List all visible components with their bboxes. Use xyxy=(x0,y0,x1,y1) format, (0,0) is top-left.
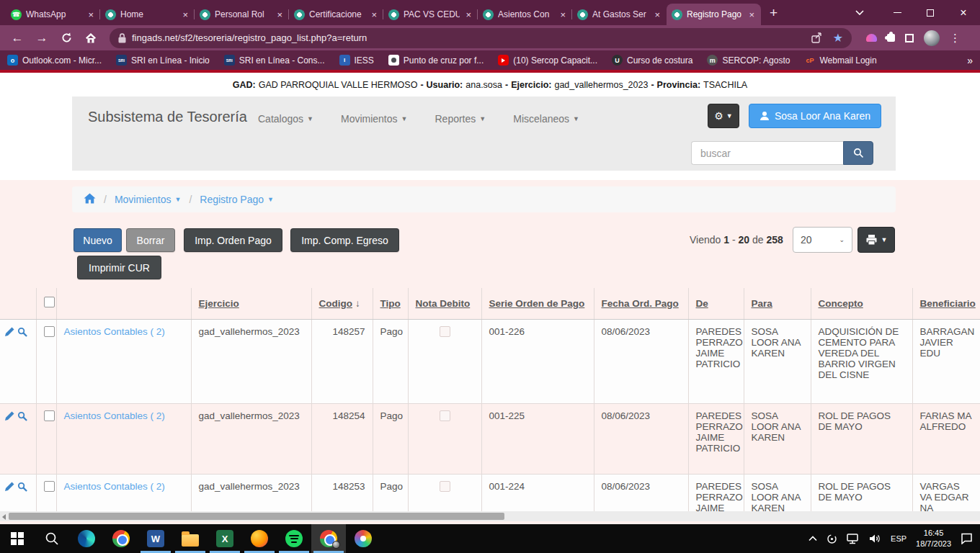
taskbar-excel[interactable]: X xyxy=(208,524,242,553)
volume-icon[interactable] xyxy=(869,534,881,544)
home-button[interactable] xyxy=(81,28,101,48)
tray-app-icon[interactable] xyxy=(827,534,837,544)
lock-icon[interactable] xyxy=(118,33,126,43)
tab-close-icon[interactable]: × xyxy=(464,9,473,20)
url-text[interactable]: fingads.net/sf2/tesoreria/registro_pago_… xyxy=(132,32,811,43)
taskbar-firefox[interactable] xyxy=(242,524,277,553)
asientos-contables-link[interactable]: Asientos Contables ( 2) xyxy=(64,410,165,421)
bookmark-outlook[interactable]: oOutlook.com - Micr... xyxy=(7,55,102,66)
breadcrumb-registro-pago[interactable]: Registro Pago▼ xyxy=(200,194,274,205)
bookmarks-overflow-icon[interactable]: » xyxy=(967,55,973,66)
forward-button[interactable]: → xyxy=(32,28,52,48)
taskbar-paint[interactable] xyxy=(346,524,380,553)
header-ejercicio[interactable]: Ejercicio xyxy=(191,288,311,319)
tab-asientos-contables[interactable]: Asientos Con × xyxy=(478,4,572,25)
taskbar-clock[interactable]: 16:45 18/7/2023 xyxy=(916,528,951,549)
new-tab-button[interactable]: + xyxy=(770,5,778,21)
view-icon[interactable] xyxy=(17,482,27,492)
row-checkbox[interactable] xyxy=(44,326,55,337)
network-icon[interactable] xyxy=(847,534,860,544)
select-all-checkbox[interactable] xyxy=(44,297,55,307)
settings-button[interactable]: ⚙▼ xyxy=(708,104,739,128)
row-checkbox[interactable] xyxy=(44,410,55,421)
taskbar-chrome-active[interactable] xyxy=(311,524,346,553)
header-fecha-orden[interactable]: Fecha Ord. Pago xyxy=(594,288,688,319)
menu-reportes[interactable]: Reportes▼ xyxy=(435,113,486,125)
bookmark-curso-costura[interactable]: UCurso de costura xyxy=(612,55,692,66)
tab-personal-rol[interactable]: Personal Rol × xyxy=(195,4,289,25)
tab-pac-vs-cedu[interactable]: PAC VS CEDU × xyxy=(383,4,478,25)
browser-menu-icon[interactable]: ⋮ xyxy=(950,32,961,45)
tray-expand-icon[interactable] xyxy=(808,536,817,541)
view-icon[interactable] xyxy=(17,327,27,337)
bookmark-webmail[interactable]: cPWebmail Login xyxy=(804,55,876,66)
asientos-contables-link[interactable]: Asientos Contables ( 2) xyxy=(64,326,165,337)
scrollbar-thumb[interactable] xyxy=(9,513,504,520)
tab-at-gastos[interactable]: At Gastos Ser × xyxy=(572,4,667,25)
address-bar[interactable]: fingads.net/sf2/tesoreria/registro_pago_… xyxy=(110,28,852,48)
tab-whatsapp[interactable]: ☎ WhatsApp × xyxy=(6,4,100,25)
tab-home[interactable]: Home × xyxy=(100,4,195,25)
menu-movimientos[interactable]: Movimientos▼ xyxy=(341,113,408,125)
tab-close-icon[interactable]: × xyxy=(275,9,284,20)
share-icon[interactable] xyxy=(811,32,823,43)
taskbar-edge[interactable] xyxy=(69,524,104,553)
tab-certificaciones[interactable]: Certificacione × xyxy=(289,4,383,25)
profile-avatar[interactable] xyxy=(924,30,940,46)
horizontal-scrollbar[interactable] xyxy=(0,511,980,521)
tab-close-icon[interactable]: × xyxy=(653,9,662,20)
taskbar-word[interactable]: W xyxy=(138,524,173,553)
bookmark-sercop-agosto[interactable]: mSERCOP: Agosto xyxy=(707,55,790,66)
header-nota-debito[interactable]: Nota Debito xyxy=(408,288,481,319)
start-button[interactable] xyxy=(0,524,35,553)
imprimir-cur-button[interactable]: Imprimir CUR xyxy=(77,256,161,279)
extensions-puzzle-icon[interactable] xyxy=(887,34,895,42)
bookmark-sri-consultas[interactable]: SRISRI en Línea - Cons... xyxy=(224,55,325,66)
bookmark-sercop-youtube[interactable]: (10) Sercop Capacit... xyxy=(498,55,597,66)
nuevo-button[interactable]: Nuevo xyxy=(74,228,122,252)
taskbar-spotify[interactable] xyxy=(277,524,311,553)
bookmark-star-icon[interactable]: ★ xyxy=(833,31,843,45)
bookmark-iess[interactable]: IIESS xyxy=(339,55,374,66)
imp-comp-egreso-button[interactable]: Imp. Comp. Egreso xyxy=(290,228,399,252)
bookmark-punto-de-cruz[interactable]: Punto de cruz por f... xyxy=(388,55,484,66)
row-checkbox[interactable] xyxy=(44,481,55,492)
header-codigo[interactable]: Codigo↓ xyxy=(311,288,373,319)
restore-button[interactable] xyxy=(914,0,947,25)
view-icon[interactable] xyxy=(17,411,27,421)
taskbar-file-explorer[interactable] xyxy=(173,524,208,553)
extension-icon[interactable] xyxy=(866,34,877,42)
print-button[interactable]: ▼ xyxy=(858,227,895,253)
asientos-contables-link[interactable]: Asientos Contables ( 2) xyxy=(64,481,165,492)
tab-search-icon[interactable] xyxy=(843,0,876,25)
scroll-left-icon[interactable] xyxy=(2,514,6,520)
imp-orden-pago-button[interactable]: Imp. Orden Pago xyxy=(184,228,282,252)
tab-close-icon[interactable]: × xyxy=(181,9,190,20)
header-tipo[interactable]: Tipo xyxy=(373,288,408,319)
tab-registro-pago[interactable]: Registro Pago × xyxy=(667,4,761,25)
close-button[interactable]: × xyxy=(947,0,980,25)
tab-close-icon[interactable]: × xyxy=(558,9,567,20)
header-para[interactable]: Para xyxy=(744,288,811,319)
menu-catalogos[interactable]: Catalogos▼ xyxy=(258,113,313,125)
language-indicator[interactable]: ESP xyxy=(891,534,906,543)
taskbar-search[interactable] xyxy=(35,524,69,553)
search-input[interactable] xyxy=(691,141,843,165)
edit-icon[interactable] xyxy=(4,411,14,421)
bookmark-sri-inicio[interactable]: SRISRI en Línea - Inicio xyxy=(116,55,210,66)
taskbar-chrome[interactable] xyxy=(104,524,138,553)
page-size-select[interactable]: 20 ⌄ xyxy=(793,227,852,253)
minimize-button[interactable] xyxy=(881,0,914,25)
tab-close-icon[interactable]: × xyxy=(747,9,756,20)
header-de[interactable]: De xyxy=(688,288,744,319)
header-concepto[interactable]: Concepto xyxy=(811,288,912,319)
header-serie-orden[interactable]: Serie Orden de Pago xyxy=(481,288,594,319)
back-button[interactable]: ← xyxy=(7,28,27,48)
breadcrumb-movimientos[interactable]: Movimientos▼ xyxy=(115,194,182,205)
search-button[interactable] xyxy=(843,141,873,165)
tab-close-icon[interactable]: × xyxy=(370,9,378,20)
action-center-icon[interactable] xyxy=(961,533,973,544)
borrar-button[interactable]: Borrar xyxy=(126,228,175,252)
edit-icon[interactable] xyxy=(4,327,14,337)
menu-miscelaneos[interactable]: Miscelaneos▼ xyxy=(513,113,579,125)
